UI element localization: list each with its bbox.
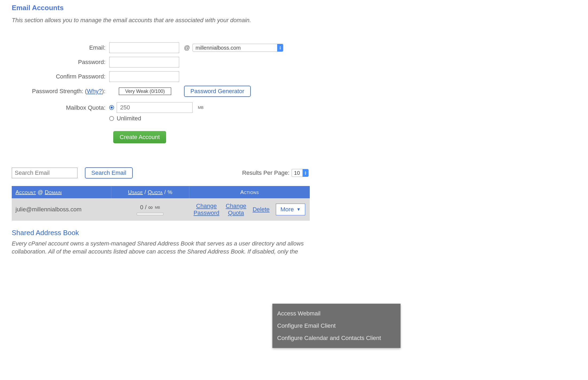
col-actions: Actions — [189, 186, 310, 198]
mailbox-quota-label: Mailbox Quota: — [12, 102, 109, 111]
search-button[interactable]: Search Email — [85, 167, 133, 179]
col-account-at: @ — [36, 189, 45, 195]
password-strength-row: Password Strength: (Why?): Very Weak (0/… — [12, 86, 588, 97]
quota-unit: MB — [198, 105, 203, 110]
col-actions-label: Actions — [240, 189, 259, 195]
select-arrows-icon: ▲▼ — [303, 169, 308, 177]
page-title: Email Accounts — [12, 4, 588, 12]
strength-label-suffix: ): — [102, 88, 105, 94]
shared-address-book-desc: Every cPanel account owns a system-manag… — [12, 240, 305, 256]
quota-unlimited-option[interactable]: Unlimited — [109, 115, 203, 122]
confirm-password-input[interactable] — [109, 71, 179, 82]
results-per-page: Results Per Page: 10 ▲▼ — [242, 169, 309, 177]
col-usage[interactable]: Usage / Quota / % — [111, 186, 189, 198]
usage-progress-bar — [137, 213, 163, 215]
usage-cell: 0 / ∞ MB — [111, 204, 189, 215]
why-link[interactable]: Why? — [87, 88, 102, 94]
confirm-password-label: Confirm Password: — [12, 73, 109, 80]
more-label: More — [280, 206, 294, 213]
usage-unit: MB — [155, 205, 160, 209]
strength-label-prefix: Password Strength: ( — [32, 88, 87, 94]
col-quota-link[interactable]: Quota — [148, 189, 163, 195]
email-label: Email: — [12, 44, 109, 51]
password-strength-label: Password Strength: (Why?): — [12, 88, 109, 95]
domain-select[interactable]: millennialboss.com ▲▼ — [193, 44, 283, 52]
results-value: 10 — [294, 170, 300, 176]
unlimited-label: Unlimited — [117, 115, 141, 122]
col-usage-sep1: / — [143, 189, 148, 195]
more-button[interactable]: More ▼ — [276, 204, 305, 215]
quota-options: MB Unlimited — [109, 102, 203, 122]
email-input[interactable] — [109, 42, 179, 53]
table-header: Account @ Domain Usage / Quota / % Actio… — [12, 186, 310, 198]
radio-unselected-icon[interactable] — [109, 116, 114, 121]
infinity-icon: ∞ — [148, 204, 153, 211]
mailbox-quota-row: Mailbox Quota: MB Unlimited — [12, 102, 588, 122]
create-account-button[interactable]: Create Account — [113, 131, 166, 143]
password-input[interactable] — [109, 57, 179, 68]
shared-address-book-title: Shared Address Book — [12, 229, 588, 237]
usage-value: 0 — [140, 204, 143, 211]
password-strength-meter: Very Weak (0/100) — [119, 88, 171, 95]
page-description: This section allows you to manage the em… — [12, 17, 588, 24]
search-input[interactable] — [12, 168, 77, 178]
chevron-down-icon: ▼ — [296, 207, 301, 212]
password-row: Password: — [12, 57, 588, 68]
accounts-table: Account @ Domain Usage / Quota / % Actio… — [12, 186, 310, 221]
password-generator-button[interactable]: Password Generator — [184, 86, 251, 97]
password-label: Password: — [12, 59, 109, 66]
delete-link[interactable]: Delete — [253, 206, 270, 213]
col-account[interactable]: Account @ Domain — [12, 189, 111, 195]
change-password-link[interactable]: Change Password — [194, 203, 219, 216]
col-account-link[interactable]: Account — [15, 189, 36, 195]
change-quota-link[interactable]: Change Quota — [226, 203, 246, 216]
domain-value: millennialboss.com — [195, 45, 241, 51]
results-label: Results Per Page: — [242, 169, 289, 176]
confirm-password-row: Confirm Password: — [12, 71, 588, 82]
select-arrows-icon: ▲▼ — [277, 44, 283, 52]
email-row: Email: @ millennialboss.com ▲▼ — [12, 42, 588, 53]
col-usage-link[interactable]: Usage — [128, 189, 143, 195]
quota-mb-option[interactable]: MB — [109, 102, 203, 113]
actions-cell: Change Password Change Quota Delete More… — [189, 203, 310, 216]
radio-selected-icon[interactable] — [109, 105, 114, 110]
account-cell: julie@millennialboss.com — [12, 206, 111, 213]
quota-value-input[interactable] — [117, 102, 193, 113]
col-domain-link[interactable]: Domain — [45, 189, 62, 195]
results-per-page-select[interactable]: 10 ▲▼ — [292, 169, 309, 177]
table-row: julie@millennialboss.com 0 / ∞ MB Change… — [12, 198, 310, 221]
col-usage-sep2: / % — [163, 189, 172, 195]
at-sign: @ — [184, 44, 190, 51]
usage-slash: / — [145, 204, 147, 211]
search-bar: Search Email Results Per Page: 10 ▲▼ — [12, 167, 588, 179]
